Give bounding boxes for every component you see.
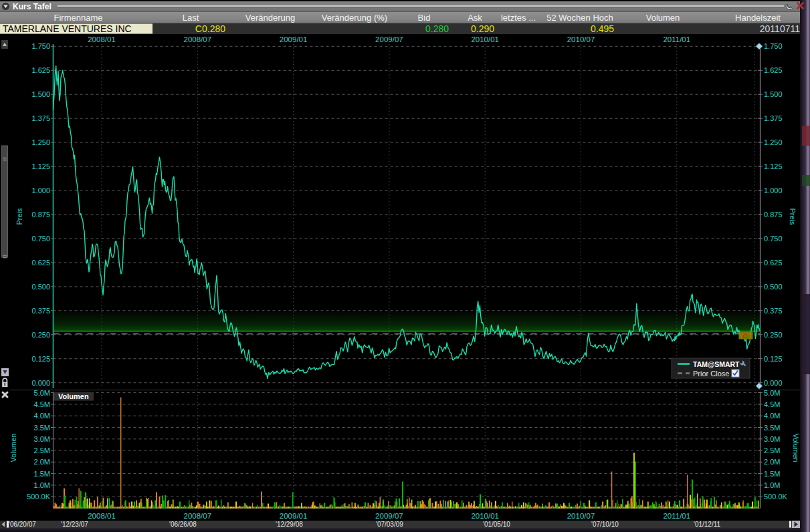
svg-text:0.125: 0.125: [31, 355, 50, 363]
svg-text:0.495: 0.495: [591, 23, 614, 34]
svg-text:1.000: 1.000: [764, 186, 783, 194]
svg-text:Volumen: Volumen: [646, 13, 680, 23]
svg-text:1.375: 1.375: [764, 114, 783, 122]
svg-text:2.0M: 2.0M: [764, 458, 780, 466]
svg-text:1.250: 1.250: [764, 138, 783, 146]
svg-text:2011/01: 2011/01: [663, 512, 690, 520]
svg-text:0.750: 0.750: [764, 235, 783, 243]
svg-text:Volumen: Volumen: [9, 434, 17, 462]
svg-text:1.250: 1.250: [31, 138, 50, 146]
svg-text:Firmenname: Firmenname: [54, 13, 103, 23]
svg-text:3.5M: 3.5M: [764, 424, 780, 432]
svg-text:4.0M: 4.0M: [764, 412, 780, 420]
svg-text:Volumen: Volumen: [58, 392, 89, 400]
svg-text:1.750: 1.750: [31, 42, 50, 50]
svg-text:1.125: 1.125: [764, 162, 783, 170]
svg-text:1.625: 1.625: [31, 66, 50, 74]
svg-text:0.250: 0.250: [31, 331, 50, 339]
svg-text:Ask: Ask: [468, 13, 482, 23]
svg-text:1.0M: 1.0M: [34, 481, 50, 489]
svg-text:500.0K: 500.0K: [764, 493, 788, 501]
svg-text:5.0M: 5.0M: [34, 389, 50, 397]
svg-text:'01/05/10: '01/05/10: [483, 521, 510, 528]
svg-text:1.0M: 1.0M: [764, 481, 780, 489]
svg-text:2011/01: 2011/01: [663, 35, 690, 43]
svg-text:Handelszeit: Handelszeit: [735, 13, 781, 23]
svg-text:1.375: 1.375: [31, 114, 50, 122]
svg-text:20110711: 20110711: [760, 23, 800, 34]
svg-text:52 Wochen Hoch: 52 Wochen Hoch: [546, 13, 613, 23]
svg-text:'12/29/08: '12/29/08: [276, 521, 303, 528]
svg-text:0.500: 0.500: [31, 283, 50, 291]
svg-text:Preis: Preis: [15, 208, 23, 225]
svg-text:3.0M: 3.0M: [34, 435, 50, 443]
svg-text:2010/01: 2010/01: [471, 512, 499, 520]
svg-text:2009/07: 2009/07: [375, 35, 403, 43]
svg-text:'01/12/11: '01/12/11: [694, 521, 721, 528]
svg-text:1.5M: 1.5M: [764, 470, 780, 478]
svg-text:C0.280: C0.280: [195, 23, 225, 34]
svg-text:3.0M: 3.0M: [764, 435, 780, 443]
svg-text:Last: Last: [183, 13, 199, 23]
svg-text:1.5M: 1.5M: [34, 470, 50, 478]
svg-text:2008/07: 2008/07: [184, 512, 212, 520]
svg-text:1.500: 1.500: [31, 90, 50, 98]
svg-text:TAM@SMART: TAM@SMART: [693, 360, 740, 368]
svg-text:0.375: 0.375: [31, 307, 50, 315]
svg-text:2008/07: 2008/07: [184, 35, 212, 43]
svg-text:Veränderung: Veränderung: [245, 13, 295, 23]
svg-text:2.5M: 2.5M: [34, 446, 50, 454]
svg-text:0.000: 0.000: [764, 379, 783, 387]
svg-text:2.0M: 2.0M: [34, 458, 50, 466]
svg-text:Kurs Tafel: Kurs Tafel: [13, 2, 52, 11]
svg-text:2010/07: 2010/07: [567, 35, 595, 43]
svg-text:4.5M: 4.5M: [764, 400, 780, 408]
svg-text:1.750: 1.750: [764, 42, 783, 50]
svg-text:1.000: 1.000: [31, 186, 50, 194]
svg-text:'12/23/07: '12/23/07: [61, 521, 88, 528]
svg-text:4.5M: 4.5M: [34, 400, 50, 408]
svg-text:2008/01: 2008/01: [88, 512, 116, 520]
svg-text:2009/07: 2009/07: [375, 512, 403, 520]
svg-text:4.0M: 4.0M: [34, 412, 50, 420]
svg-text:2010/07: 2010/07: [567, 512, 595, 520]
svg-text:0.625: 0.625: [764, 259, 783, 267]
svg-text:0.375: 0.375: [764, 307, 783, 315]
svg-text:2010/01: 2010/01: [471, 35, 499, 43]
svg-text:0.625: 0.625: [31, 259, 50, 267]
svg-text:0.875: 0.875: [31, 211, 50, 219]
svg-text:5.0M: 5.0M: [764, 389, 780, 397]
svg-text:C: C: [743, 332, 748, 340]
svg-text:Volumen: Volumen: [792, 434, 800, 462]
svg-text:0.750: 0.750: [31, 235, 50, 243]
svg-text:0.875: 0.875: [764, 211, 783, 219]
svg-text:2009/01: 2009/01: [280, 512, 308, 520]
svg-text:0.125: 0.125: [764, 355, 783, 363]
svg-text:'06/26/08: '06/26/08: [169, 521, 197, 528]
svg-text:TAMERLANE VENTURES INC: TAMERLANE VENTURES INC: [3, 23, 132, 34]
svg-text:1.500: 1.500: [764, 90, 783, 98]
svg-text:0.000: 0.000: [31, 379, 50, 387]
svg-text:2009/01: 2009/01: [280, 35, 308, 43]
svg-text:Prior Close: Prior Close: [693, 370, 729, 378]
svg-text:2008/01: 2008/01: [88, 35, 116, 43]
svg-text:0.500: 0.500: [764, 283, 783, 291]
svg-text:0.280: 0.280: [425, 23, 449, 34]
svg-text:0.290: 0.290: [471, 23, 494, 34]
svg-text:'07/10/10: '07/10/10: [591, 521, 619, 528]
svg-text:0.250: 0.250: [764, 331, 783, 339]
svg-text:'07/03/09: '07/03/09: [376, 521, 403, 528]
svg-text:1.125: 1.125: [31, 162, 50, 170]
svg-text:2.5M: 2.5M: [764, 446, 780, 454]
svg-text:Veränderung (%): Veränderung (%): [322, 13, 387, 23]
svg-text:letztes ...: letztes ...: [501, 13, 536, 23]
svg-text:Bid: Bid: [418, 13, 431, 23]
svg-text:Preis: Preis: [789, 208, 797, 225]
svg-text:500.0K: 500.0K: [27, 493, 51, 501]
svg-text:'06/20/07: '06/20/07: [9, 521, 36, 528]
svg-text:1.625: 1.625: [764, 66, 783, 74]
svg-text:3.5M: 3.5M: [34, 424, 50, 432]
